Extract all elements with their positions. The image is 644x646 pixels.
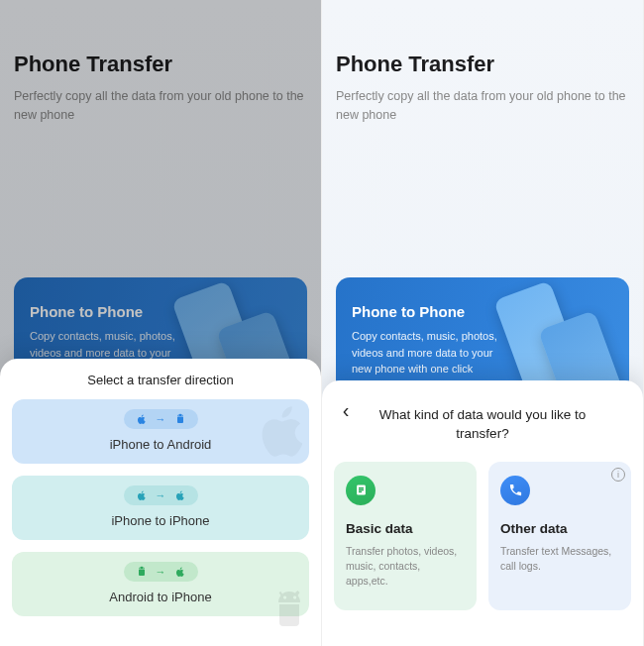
chevron-left-icon: ‹	[343, 399, 350, 421]
sheet-title: Select a transfer direction	[10, 373, 311, 387]
option-icons: →	[124, 409, 198, 429]
promo-desc: Copy contacts, music, photos, videos and…	[352, 328, 500, 377]
apple-icon	[136, 489, 148, 501]
apple-decor-icon	[252, 398, 315, 462]
data-kind-cards: Basic data Transfer photos, videos, musi…	[334, 462, 631, 610]
data-kind-sheet: ‹ What kind of data would you like to tr…	[322, 380, 643, 646]
apple-icon	[136, 413, 148, 425]
option-label: Android to iPhone	[12, 590, 309, 604]
page-subtitle: Perfectly copy all the data from your ol…	[336, 87, 629, 125]
android-icon	[174, 413, 186, 425]
card-desc: Transfer text Messages, call logs.	[500, 544, 619, 574]
card-desc: Transfer photos, videos, music, contacts…	[346, 544, 465, 590]
sheet-question: What kind of data would you like to tran…	[362, 406, 603, 444]
arrow-right-icon: →	[156, 489, 166, 501]
document-icon	[346, 476, 376, 505]
direction-sheet: Select a transfer direction → iPhone to …	[0, 359, 321, 646]
screenshot-left: Phone Transfer Perfectly copy all the da…	[0, 0, 322, 646]
card-other-data[interactable]: i Other data Transfer text Messages, cal…	[488, 462, 631, 610]
info-icon[interactable]: i	[611, 468, 625, 482]
arrow-right-icon: →	[156, 413, 166, 425]
option-icons: →	[124, 485, 198, 505]
option-label: iPhone to iPhone	[12, 513, 309, 528]
android-icon	[136, 566, 148, 578]
option-icons: →	[124, 562, 198, 582]
card-title: Basic data	[346, 521, 465, 536]
apple-icon	[174, 566, 186, 578]
card-title: Other data	[500, 521, 619, 536]
arrow-right-icon: →	[156, 566, 166, 578]
apple-icon	[174, 489, 186, 501]
page-title: Phone Transfer	[336, 52, 629, 77]
option-android-to-iphone[interactable]: → Android to iPhone	[12, 552, 309, 616]
card-basic-data[interactable]: Basic data Transfer photos, videos, musi…	[334, 462, 477, 610]
option-iphone-to-iphone[interactable]: → iPhone to iPhone	[12, 476, 309, 540]
screenshot-right: Phone Transfer Perfectly copy all the da…	[322, 0, 644, 646]
android-decor-icon	[266, 589, 313, 636]
back-button[interactable]: ‹	[334, 398, 358, 422]
phone-icon	[500, 476, 530, 505]
